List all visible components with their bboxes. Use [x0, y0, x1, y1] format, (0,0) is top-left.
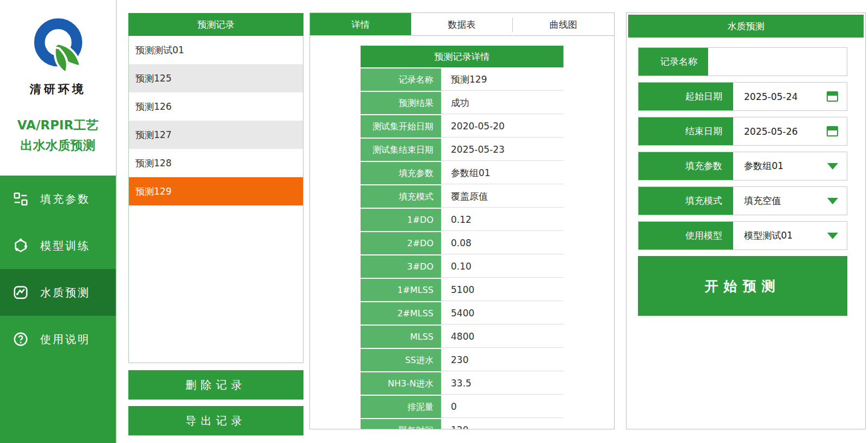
row-label: SS进水 [361, 349, 441, 371]
tab-data-table[interactable]: 数据表 [411, 13, 512, 36]
record-item[interactable]: 预测127 [129, 121, 303, 149]
row-value: 成功 [441, 92, 563, 114]
row-value: 0.12 [441, 209, 563, 231]
table-row: MLSS4800 [361, 326, 563, 348]
sidebar: 清研环境 VA/RPIR工艺 出水水质预测 填充参数 [0, 0, 116, 443]
row-value: 0.10 [441, 255, 563, 278]
fill-params-select[interactable]: 参数组01 [733, 152, 847, 180]
calendar-icon-top [828, 92, 837, 96]
start-prediction-button[interactable]: 开始预测 [638, 256, 847, 316]
row-label: 1#DO [361, 209, 441, 231]
row-label: MLSS [361, 326, 441, 348]
field-row-use-model: 使用模型 模型测试01 [638, 221, 847, 250]
table-row: 2#DO0.08 [361, 232, 563, 254]
app-title-line2: 出水水质预测 [0, 135, 116, 155]
field-value: 2025-05-26 [733, 117, 847, 145]
row-value: 覆盖原值 [441, 185, 563, 208]
record-list: 预测测试01 预测125 预测126 预测127 预测128 预测129 [128, 36, 303, 363]
chevron-down-icon[interactable] [827, 163, 838, 170]
row-label: 测试集结束日期 [361, 139, 441, 161]
prediction-panel: 水质预测 记录名称 起始日期 2025-05-24 结束日期 2025-05-2… [626, 13, 866, 429]
fill-params-value: 参数组01 [744, 160, 827, 172]
record-detail-table: 预测记录详情 记录名称预测129 预测结果成功 测试集开始日期2020-05-2… [361, 46, 563, 429]
field-label: 记录名称 [638, 48, 708, 76]
row-label: 预测结果 [361, 92, 441, 114]
row-value: 2025-05-23 [441, 139, 563, 161]
export-record-button[interactable]: 导出记录 [128, 406, 303, 435]
row-label: 2#DO [361, 232, 441, 254]
row-value: 2020-05-20 [441, 115, 563, 138]
detail-table-title: 预测记录详情 [361, 46, 563, 67]
field-row-record-name: 记录名称 [638, 47, 847, 76]
delete-record-button[interactable]: 删除记录 [128, 370, 303, 400]
tab-curve-chart[interactable]: 曲线图 [513, 13, 614, 36]
chevron-down-icon[interactable] [827, 198, 838, 204]
table-row: 3#DO0.10 [361, 255, 563, 278]
row-label: 曝气时间 [361, 419, 441, 429]
start-date-value[interactable]: 2025-05-24 [744, 91, 827, 102]
record-item[interactable]: 预测测试01 [129, 36, 303, 64]
company-logo-icon [26, 14, 90, 78]
row-label: NH3-N进水 [361, 372, 441, 395]
end-date-value[interactable]: 2025-05-26 [744, 126, 827, 137]
row-value: 4800 [441, 326, 563, 348]
detail-panel: 详情 数据表 曲线图 预测记录详情 记录名称预测129 预测结果成功 测试集开始… [309, 13, 615, 429]
calendar-icon-top [828, 127, 837, 130]
fill-mode-value: 填充空值 [744, 195, 827, 207]
sidebar-item-help[interactable]: 使用说明 [0, 316, 116, 363]
sidebar-item-water-quality-prediction[interactable]: 水质预测 [0, 269, 116, 316]
calendar-icon[interactable] [827, 126, 838, 136]
record-item[interactable]: 预测128 [129, 149, 303, 177]
app-title: VA/RPIR工艺 出水水质预测 [0, 115, 116, 155]
row-value: 5100 [441, 279, 563, 301]
sidebar-brand: 清研环境 VA/RPIR工艺 出水水质预测 [0, 0, 116, 176]
chevron-down-icon[interactable] [827, 233, 838, 239]
table-row: 测试集开始日期2020-05-20 [361, 115, 563, 138]
record-item[interactable]: 预测126 [129, 92, 303, 121]
table-row: 曝气时间120 [361, 419, 563, 429]
table-row: 填充模式覆盖原值 [361, 185, 563, 208]
row-label: 3#DO [361, 255, 441, 278]
calendar-icon[interactable] [827, 91, 838, 102]
company-name: 清研环境 [0, 82, 116, 97]
use-model-value: 模型测试01 [744, 229, 827, 242]
row-label: 1#MLSS [361, 279, 441, 301]
table-row: NH3-N进水33.5 [361, 372, 563, 395]
table-row: 预测结果成功 [361, 92, 563, 114]
row-value: 230 [441, 349, 563, 371]
table-row: 1#DO0.12 [361, 209, 563, 231]
table-row: SS进水230 [361, 349, 563, 371]
prediction-panel-header: 水质预测 [628, 15, 864, 38]
fill-mode-select[interactable]: 填充空值 [733, 187, 847, 215]
row-value: 0 [441, 396, 563, 418]
sidebar-item-label: 填充参数 [40, 192, 90, 207]
field-row-fill-mode: 填充模式 填充空值 [638, 186, 847, 215]
sidebar-item-fill-params[interactable]: 填充参数 [0, 176, 116, 222]
sidebar-nav: 填充参数 模型训练 水质预测 [0, 176, 116, 363]
records-panel-header: 预测记录 [128, 13, 303, 36]
table-row: 填充参数参数组01 [361, 162, 563, 184]
record-item[interactable]: 预测125 [129, 64, 303, 92]
row-label: 记录名称 [361, 68, 441, 91]
row-value: 参数组01 [441, 162, 563, 184]
row-label: 2#MLSS [361, 302, 441, 325]
field-value [708, 48, 847, 76]
use-model-select[interactable]: 模型测试01 [733, 222, 847, 249]
record-name-input[interactable] [719, 48, 838, 76]
row-label: 测试集开始日期 [361, 115, 441, 138]
sidebar-item-model-training[interactable]: 模型训练 [0, 222, 116, 269]
app-title-line1: VA/RPIR工艺 [0, 115, 116, 135]
row-label: 填充模式 [361, 185, 441, 208]
table-row: 排泥量0 [361, 396, 563, 418]
row-value: 33.5 [441, 372, 563, 395]
row-value: 预测129 [441, 68, 563, 91]
detail-tabbar: 详情 数据表 曲线图 [310, 13, 614, 36]
field-label: 结束日期 [638, 117, 733, 145]
row-value: 120 [441, 419, 563, 429]
row-label: 排泥量 [361, 396, 441, 418]
record-item-selected[interactable]: 预测129 [129, 177, 303, 205]
field-label: 起始日期 [638, 83, 733, 110]
row-label: 填充参数 [361, 162, 441, 184]
tab-detail[interactable]: 详情 [310, 13, 411, 36]
sidebar-item-label: 使用说明 [40, 332, 90, 347]
